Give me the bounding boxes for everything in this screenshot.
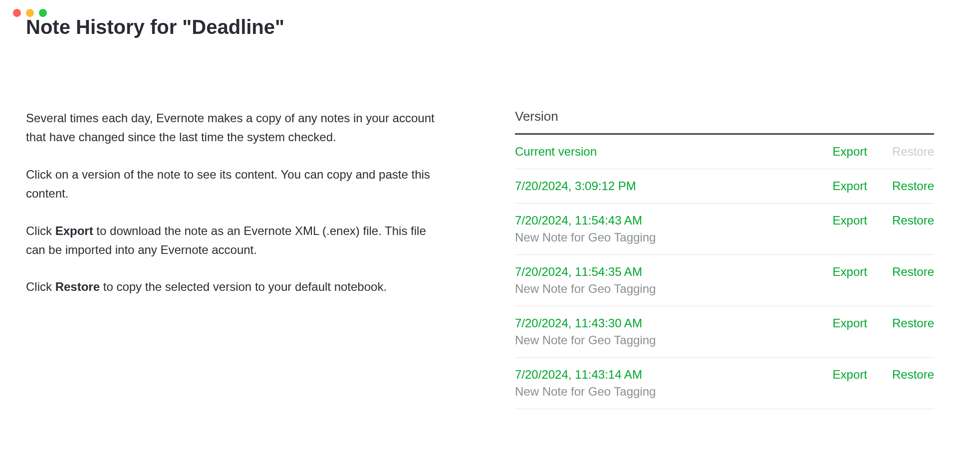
- version-row: 7/20/2024, 11:54:35 AMNew Note for Geo T…: [515, 255, 934, 306]
- version-link[interactable]: 7/20/2024, 11:43:14 AM: [515, 368, 808, 382]
- version-label-cell: 7/20/2024, 11:43:14 AMNew Note for Geo T…: [515, 368, 808, 399]
- version-row: Current versionExportRestore: [515, 135, 934, 169]
- info-text: Click: [26, 280, 55, 293]
- export-button[interactable]: Export: [833, 368, 867, 382]
- restore-button[interactable]: Restore: [892, 179, 934, 193]
- restore-button[interactable]: Restore: [892, 316, 934, 330]
- export-button[interactable]: Export: [833, 214, 867, 228]
- version-subtitle: New Note for Geo Tagging: [515, 282, 808, 296]
- export-button[interactable]: Export: [833, 145, 867, 159]
- info-paragraph-2: Click on a version of the note to see it…: [26, 165, 445, 204]
- info-bold-restore: Restore: [55, 280, 100, 293]
- version-link[interactable]: 7/20/2024, 11:54:35 AM: [515, 265, 808, 279]
- restore-button[interactable]: Restore: [892, 368, 934, 382]
- version-row: 7/20/2024, 11:54:43 AMNew Note for Geo T…: [515, 204, 934, 255]
- info-paragraph-3: Click Export to download the note as an …: [26, 222, 445, 260]
- window-controls: [0, 0, 47, 17]
- version-column-header: Version: [515, 109, 934, 124]
- info-paragraph-4: Click Restore to copy the selected versi…: [26, 277, 445, 296]
- version-row: 7/20/2024, 11:43:14 AMNew Note for Geo T…: [515, 358, 934, 409]
- version-link[interactable]: 7/20/2024, 3:09:12 PM: [515, 179, 808, 193]
- version-subtitle: New Note for Geo Tagging: [515, 385, 808, 399]
- info-paragraph-1: Several times each day, Evernote makes a…: [26, 109, 445, 147]
- version-label-cell: 7/20/2024, 11:54:35 AMNew Note for Geo T…: [515, 265, 808, 296]
- export-button[interactable]: Export: [833, 316, 867, 330]
- export-button[interactable]: Export: [833, 265, 867, 279]
- info-text: Click: [26, 224, 55, 237]
- info-text: to copy the selected version to your def…: [100, 280, 387, 293]
- version-table: Current versionExportRestore7/20/2024, 3…: [515, 133, 934, 409]
- version-subtitle: New Note for Geo Tagging: [515, 231, 808, 244]
- version-link[interactable]: 7/20/2024, 11:54:43 AM: [515, 214, 808, 228]
- info-bold-export: Export: [55, 224, 93, 237]
- version-row: 7/20/2024, 11:43:30 AMNew Note for Geo T…: [515, 306, 934, 358]
- version-row: 7/20/2024, 3:09:12 PMExportRestore: [515, 169, 934, 204]
- version-label-cell: 7/20/2024, 11:54:43 AMNew Note for Geo T…: [515, 214, 808, 244]
- export-button[interactable]: Export: [833, 179, 867, 193]
- version-label-cell: 7/20/2024, 11:43:30 AMNew Note for Geo T…: [515, 316, 808, 347]
- restore-button[interactable]: Restore: [892, 214, 934, 228]
- window-maximize-button[interactable]: [39, 9, 47, 17]
- page-title: Note History for "Deadline": [26, 15, 954, 39]
- version-label-cell: Current version: [515, 145, 808, 159]
- version-subtitle: New Note for Geo Tagging: [515, 333, 808, 347]
- info-panel: Several times each day, Evernote makes a…: [26, 109, 465, 409]
- window-close-button[interactable]: [13, 9, 21, 17]
- window-minimize-button[interactable]: [26, 9, 34, 17]
- version-link[interactable]: 7/20/2024, 11:43:30 AM: [515, 316, 808, 330]
- version-label-cell: 7/20/2024, 3:09:12 PM: [515, 179, 808, 193]
- version-panel: Version Current versionExportRestore7/20…: [515, 109, 954, 409]
- version-link[interactable]: Current version: [515, 145, 808, 159]
- restore-button: Restore: [892, 145, 934, 159]
- restore-button[interactable]: Restore: [892, 265, 934, 279]
